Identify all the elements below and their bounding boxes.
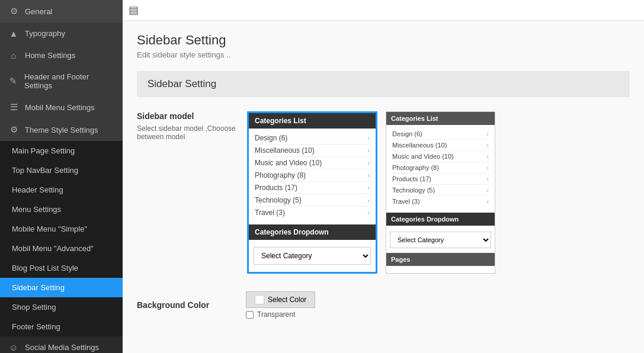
sidebar-model-description: Select sidebar model ,Chooose between mo…	[137, 124, 238, 141]
cat-label: Travel (3)	[392, 198, 420, 205]
sidebar-item-label: Theme Style Settings	[25, 126, 98, 134]
submenu-main-page[interactable]: Main Page Setting	[0, 141, 123, 161]
chevron-right-icon: ›	[486, 142, 489, 149]
cat-item: Photography (8) ›	[392, 162, 489, 174]
select-color-button[interactable]: Select Color	[246, 291, 315, 308]
submenu-label: Mobile Menu "Simple"	[12, 224, 87, 233]
submenu-mobil-advanced[interactable]: Mobil Menu "Advanced"	[0, 239, 123, 258]
submenu-menu-settings[interactable]: Menu Settings	[0, 200, 123, 219]
main-content: ▤ Sidebar Setting Edit sidebar style set…	[123, 0, 644, 353]
card2-body: Design (6) › Miscellaneous (10) › Music …	[386, 125, 495, 210]
submenu-header-setting[interactable]: Header Setting	[0, 180, 123, 200]
chevron-right-icon: ›	[486, 164, 489, 171]
background-color-label: Background Color	[137, 300, 238, 310]
cat-item: Products (17) ›	[255, 182, 370, 194]
chevron-right-icon: ›	[486, 187, 489, 194]
card2-header: Categories List	[386, 112, 495, 125]
cat-item: Travel (3) ›	[255, 207, 370, 219]
sidebar-model-title: Sidebar model	[137, 111, 238, 121]
sidebar-item-label: Home Settings	[25, 51, 75, 60]
sidebar: ⚙ General ▲ Typography ⌂ Home Settings ✎…	[0, 0, 123, 353]
page-title: Sidebar Setting	[137, 33, 630, 48]
sidebar-item-general[interactable]: ⚙ General	[0, 0, 123, 23]
cat-label: Technology (5)	[392, 187, 435, 194]
transparent-label: Transparent	[257, 310, 295, 319]
cat-label: Products (17)	[255, 184, 297, 192]
topbar: ▤	[123, 0, 644, 21]
transparent-checkbox[interactable]	[246, 311, 254, 319]
menu-icon: ☰	[8, 102, 19, 113]
submenu-footer-setting[interactable]: Footer Setting	[0, 317, 123, 336]
category-dropdown-2[interactable]: Select Category	[390, 232, 491, 248]
cat-item: Photography (8) ›	[255, 169, 370, 182]
sidebar-item-social-media[interactable]: ☺ Social Media Settings	[0, 336, 123, 353]
background-color-row: Background Color Select Color Transparen…	[137, 291, 630, 325]
cat-item: Miscellaneous (10) ›	[255, 145, 370, 157]
cat-item: Products (17) ›	[392, 174, 489, 185]
chevron-right-icon: ›	[367, 184, 370, 191]
cat-item: Music and Video (10) ›	[392, 151, 489, 162]
cat-label: Design (6)	[255, 134, 287, 142]
chevron-right-icon: ›	[486, 130, 489, 137]
home-icon: ⌂	[8, 50, 19, 60]
edit-icon: ✎	[8, 76, 18, 86]
chevron-right-icon: ›	[367, 209, 370, 216]
sidebar-model-label-block: Sidebar model Select sidebar model ,Choo…	[137, 111, 238, 274]
submenu-label: Shop Setting	[12, 303, 56, 312]
triangle-icon: ▲	[8, 28, 19, 38]
model-card-1[interactable]: Categories List Design (6) › Miscellaneo…	[247, 111, 377, 274]
chevron-right-icon: ›	[367, 197, 370, 204]
sidebar-item-typography[interactable]: ▲ Typography	[0, 23, 123, 44]
page-subtitle: Edit sidebar style settings ..	[137, 50, 630, 59]
submenu-mobile-simple[interactable]: Mobile Menu "Simple"	[0, 219, 123, 239]
chevron-right-icon: ›	[367, 134, 370, 142]
submenu-blog-post[interactable]: Blog Post List Style	[0, 258, 123, 278]
cat-label: Photography (8)	[392, 164, 439, 171]
submenu-label: Sidebar Setting	[12, 283, 65, 292]
sidebar-item-header-footer[interactable]: ✎ Header and Footer Settings	[0, 66, 123, 96]
cat-item: Design (6) ›	[392, 129, 489, 140]
submenu-label: Menu Settings	[12, 205, 61, 214]
color-swatch	[255, 295, 264, 304]
chevron-right-icon: ›	[367, 159, 370, 166]
sidebar-model-row: Sidebar model Select sidebar model ,Choo…	[137, 111, 630, 274]
cat-label: Photography (8)	[255, 171, 306, 179]
card1-dropdown-header: Categories Dropdown	[249, 224, 376, 240]
model-card-2[interactable]: Categories List Design (6) › Miscellaneo…	[386, 111, 495, 274]
submenu-top-navbar[interactable]: Top NavBar Setting	[0, 161, 123, 180]
cat-item: Miscellaneous (10) ›	[392, 140, 489, 151]
gear-icon: ⚙	[8, 6, 19, 17]
submenu-label: Blog Post List Style	[12, 264, 78, 272]
cat-label: Miscellaneous (10)	[255, 146, 315, 155]
sidebar-item-theme-style[interactable]: ⚙ Theme Style Settings	[0, 118, 123, 141]
sidebar-item-home-settings[interactable]: ⌂ Home Settings	[0, 44, 123, 66]
social-icon: ☺	[8, 342, 19, 352]
sidebar-item-label: General	[25, 7, 52, 16]
color-controls: Select Color Transparent	[246, 291, 315, 319]
cat-label: Design (6)	[392, 130, 422, 137]
cat-label: Music and Video (10)	[255, 159, 322, 167]
cat-label: Travel (3)	[255, 208, 285, 217]
chevron-right-icon: ›	[486, 153, 489, 160]
chevron-right-icon: ›	[486, 175, 489, 182]
cat-item: Technology (5) ›	[392, 185, 489, 196]
cat-item: Design (6) ›	[255, 132, 370, 145]
section-header: Sidebar Setting	[137, 71, 630, 97]
submenu-sidebar-setting[interactable]: Sidebar Setting	[0, 278, 123, 297]
chevron-right-icon: ›	[367, 147, 370, 154]
submenu-label: Footer Setting	[12, 322, 60, 331]
settings-icon: ⚙	[8, 124, 19, 135]
sidebar-item-label: Social Media Settings	[25, 343, 99, 352]
cat-label: Products (17)	[392, 175, 431, 182]
sidebar-item-label: Header and Footer Settings	[24, 72, 114, 90]
select-color-label: Select Color	[268, 296, 306, 304]
category-dropdown-1[interactable]: Select Category	[254, 247, 371, 265]
chevron-right-icon: ›	[486, 198, 489, 205]
cat-item: Technology (5) ›	[255, 194, 370, 207]
sidebar-item-mobil-menu[interactable]: ☰ Mobil Menu Settings	[0, 96, 123, 118]
toggle-sidebar-button[interactable]: ▤	[129, 4, 139, 17]
cat-label: Music and Video (10)	[392, 153, 454, 160]
chevron-right-icon: ›	[367, 172, 370, 179]
submenu-label: Header Setting	[12, 185, 63, 194]
submenu-shop-setting[interactable]: Shop Setting	[0, 297, 123, 317]
